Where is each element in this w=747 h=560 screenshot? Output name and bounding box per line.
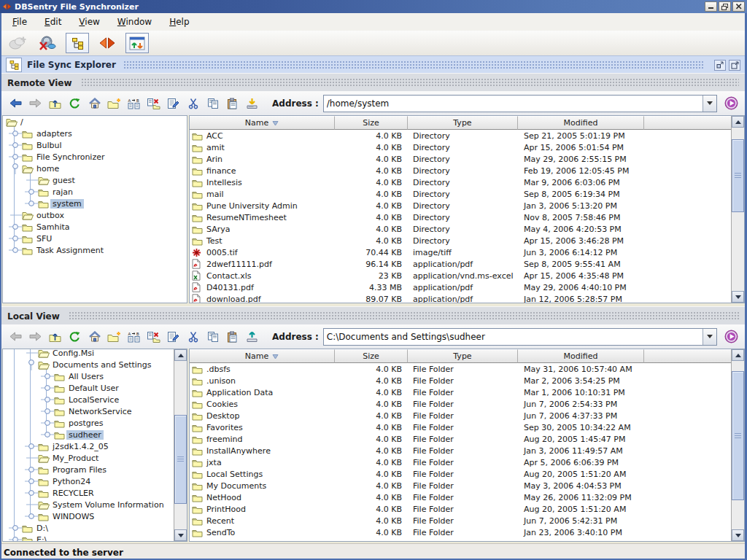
tree-item[interactable]: outbox: [3, 209, 187, 221]
column-header-name[interactable]: Name: [190, 116, 335, 130]
scrollbar-track[interactable]: [732, 128, 744, 291]
file-row[interactable]: PrintHood4.0 KBFile FolderAug 20, 2005 1…: [190, 503, 732, 515]
copy-button[interactable]: [203, 93, 222, 113]
file-row[interactable]: mail4.0 KBDirectorySep 8, 2005 6:19:34 P…: [190, 188, 732, 200]
address-dropdown-button[interactable]: [703, 329, 716, 345]
file-row[interactable]: Test4.0 KBDirectoryApr 15, 2006 3:46:28 …: [190, 235, 732, 246]
home-button[interactable]: [85, 327, 104, 346]
internal-maximize-button[interactable]: [729, 60, 740, 71]
tree-handle-collapsed[interactable]: [25, 487, 38, 499]
menu-view[interactable]: View: [72, 15, 106, 29]
file-row[interactable]: Local Settings4.0 KBFile FolderAug 20, 2…: [190, 468, 732, 480]
column-header-modified[interactable]: Modified: [518, 116, 644, 130]
tree-item[interactable]: j2sdk1.4.2_05: [3, 440, 174, 452]
tree-handle-collapsed[interactable]: [25, 510, 38, 522]
scroll-down-button[interactable]: [732, 291, 744, 303]
tree-item[interactable]: Bulbul: [3, 139, 187, 151]
back-button[interactable]: [6, 93, 26, 113]
tree-handle-collapsed[interactable]: [25, 198, 38, 209]
back-button[interactable]: [6, 327, 26, 346]
tree-handle-collapsed[interactable]: [9, 534, 22, 542]
tree-handle-expanded[interactable]: [25, 359, 38, 370]
refresh-button[interactable]: [65, 327, 85, 346]
tree-item[interactable]: adapters: [3, 128, 187, 139]
file-row[interactable]: SArya4.0 KBDirectoryMay 4, 2006 4:20:53 …: [190, 223, 732, 235]
tree-handle-collapsed[interactable]: [25, 475, 38, 487]
delete-button[interactable]: [144, 93, 163, 113]
column-header-modified[interactable]: Modified: [518, 349, 644, 363]
tree-item[interactable]: E:\: [3, 534, 174, 542]
tree-handle-collapsed[interactable]: [9, 522, 22, 534]
tree-item[interactable]: postgres: [3, 417, 174, 429]
remote-list-scrollbar[interactable]: [731, 116, 744, 303]
up-folder-button[interactable]: [45, 327, 65, 346]
copy-button[interactable]: [203, 327, 222, 346]
new-folder-button[interactable]: [104, 93, 124, 113]
file-row[interactable]: 2dwef11111.pdf96.14 KBapplication/pdfSep…: [190, 258, 732, 270]
paste-button[interactable]: [222, 93, 242, 113]
tree-item[interactable]: D:\: [3, 522, 174, 534]
tree-handle-collapsed[interactable]: [41, 382, 54, 394]
local-list-scrollbar[interactable]: [731, 349, 744, 541]
tree-handle-collapsed[interactable]: [41, 405, 54, 417]
tree-item[interactable]: system: [3, 198, 187, 209]
disconnect-button[interactable]: [36, 33, 59, 53]
file-row[interactable]: Pune University Admin4.0 KBDirectoryJan …: [190, 200, 732, 211]
file-row[interactable]: NetHood4.0 KBFile FolderMay 26, 2006 11:…: [190, 491, 732, 503]
tree-handle-collapsed[interactable]: [25, 464, 38, 475]
file-row[interactable]: InstallAnywhere4.0 KBFile FolderJan 3, 2…: [190, 445, 732, 456]
scrollbar-thumb[interactable]: [732, 139, 744, 213]
file-row[interactable]: download.pdf89.07 KBapplication/pdfJan 1…: [190, 293, 732, 303]
properties-button[interactable]: [163, 327, 183, 346]
cut-button[interactable]: [183, 93, 203, 113]
file-row[interactable]: Desktop4.0 KBFile FolderJun 7, 2006 4:37…: [190, 410, 732, 421]
scroll-up-button[interactable]: [732, 349, 744, 361]
tree-handle-expanded[interactable]: [9, 163, 22, 174]
file-row[interactable]: .unison4.0 KBFile FolderMar 2, 2006 3:54…: [190, 375, 732, 386]
file-row[interactable]: freemind4.0 KBFile FolderAug 20, 2005 1:…: [190, 433, 732, 445]
rename-button[interactable]: AB: [124, 327, 144, 346]
forward-button[interactable]: [26, 327, 45, 346]
tree-item[interactable]: Task Assignment: [3, 244, 187, 256]
tree-item[interactable]: SFU: [3, 233, 187, 244]
rename-button[interactable]: AB: [124, 93, 144, 113]
tree-item[interactable]: home: [3, 163, 187, 174]
scrollbar-thumb[interactable]: [174, 415, 187, 504]
new-folder-button[interactable]: [104, 327, 124, 346]
synchronize-button[interactable]: [96, 33, 119, 53]
tree-handle-collapsed[interactable]: [9, 244, 22, 256]
refresh-button[interactable]: [65, 93, 85, 113]
file-row[interactable]: D40131.pdf4.33 MBapplication/pdfMay 29, …: [190, 281, 732, 293]
tree-item[interactable]: Documents and Settings: [3, 359, 174, 370]
column-header-size[interactable]: Size: [335, 349, 408, 363]
tree-item[interactable]: File Synchronizer: [3, 151, 187, 163]
menu-window[interactable]: Window: [111, 15, 158, 29]
tree-handle-collapsed[interactable]: [41, 417, 54, 429]
tree-handle-collapsed[interactable]: [9, 233, 22, 244]
up-folder-button[interactable]: [45, 93, 65, 113]
minimize-button[interactable]: [705, 1, 717, 12]
scrollbar-thumb[interactable]: [732, 371, 744, 501]
file-row[interactable]: Intellesis4.0 KBDirectoryMar 9, 2006 6:0…: [190, 176, 732, 188]
tree-item[interactable]: rajan: [3, 186, 187, 198]
address-dropdown-button[interactable]: [703, 96, 716, 112]
file-row[interactable]: amit4.0 KBDirectoryApr 15, 2006 5:01:54 …: [190, 141, 732, 153]
tree-handle-collapsed[interactable]: [25, 186, 38, 198]
scroll-down-button[interactable]: [174, 529, 187, 541]
tree-item[interactable]: sudheer: [3, 429, 174, 440]
tree-handle-collapsed[interactable]: [41, 394, 54, 405]
properties-button[interactable]: [163, 93, 183, 113]
tree-item[interactable]: All Users: [3, 370, 174, 382]
file-row[interactable]: Favorites4.0 KBFile FolderSep 30, 2005 1…: [190, 421, 732, 433]
connect-button[interactable]: [6, 33, 29, 53]
column-header-name[interactable]: Name: [190, 349, 335, 363]
transfer-mode-button[interactable]: [125, 33, 149, 53]
download-button[interactable]: [242, 93, 262, 113]
file-row[interactable]: Cookies4.0 KBFile FolderJun 7, 2006 2:54…: [190, 398, 732, 410]
tree-item[interactable]: Samhita: [3, 221, 187, 233]
menu-edit[interactable]: Edit: [38, 15, 68, 29]
menu-help[interactable]: Help: [163, 15, 196, 29]
paste-button[interactable]: [222, 327, 242, 346]
file-row[interactable]: Contact.xls23 KBapplication/vnd.ms-excel…: [190, 270, 732, 281]
local-tree-scrollbar[interactable]: [174, 349, 187, 541]
